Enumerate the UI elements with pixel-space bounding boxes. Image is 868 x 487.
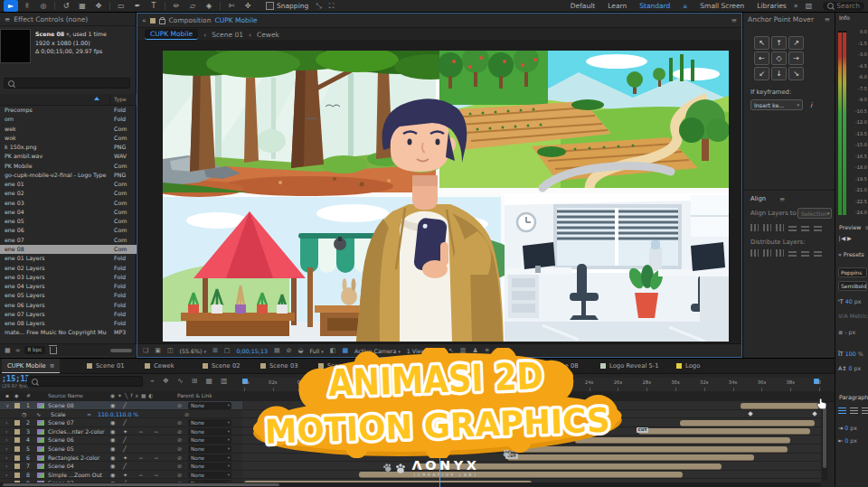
layer-switches[interactable]: ✦ − − <box>123 454 164 463</box>
project-item-ene-07-layers[interactable]: ene 07 LayersFold <box>0 310 137 319</box>
parent-pickwhip-icon[interactable]: ⊘ <box>177 462 182 471</box>
pixel-aspect-icon[interactable]: ↖ <box>448 347 454 354</box>
collapse-chevron-icon[interactable]: « <box>838 251 842 258</box>
tool-rotate-icon[interactable]: ↺ <box>59 0 73 12</box>
project-item-ene-05-layers[interactable]: ene 05 LayersFold <box>0 291 137 300</box>
project-item-pk-ambil-wav[interactable]: PK ambil.wavWAV <box>0 152 137 161</box>
project-item-ene-07[interactable]: ene 07Com <box>0 236 137 245</box>
font-style-dropdown[interactable]: SemiBold <box>838 281 867 291</box>
anchor-move-up-right-button[interactable]: ↗ <box>788 36 804 50</box>
visibility-eye-icon[interactable]: ◉ <box>110 435 115 445</box>
expand-chevron-icon[interactable]: › <box>5 471 7 480</box>
layer-name[interactable]: Circles...nter 2-color <box>48 427 106 436</box>
expand-chevron-icon[interactable]: › <box>5 418 7 427</box>
indent-right-row[interactable]: ⇤ 0px <box>838 437 857 444</box>
visibility-eye-icon[interactable]: ◉ <box>110 445 115 454</box>
reset-exposure-icon[interactable]: ✳ <box>485 347 490 354</box>
parent-dropdown[interactable]: None▾ <box>188 454 231 462</box>
layer-switches[interactable]: ✦ − − <box>123 471 164 480</box>
column-divider[interactable] <box>109 94 110 105</box>
layer-name[interactable]: Simple ...Zoom Out <box>48 471 106 480</box>
current-time-display[interactable]: 0;00;15;13 <box>236 348 267 354</box>
tool-puppet-pin-icon[interactable]: ✜ <box>241 0 255 12</box>
project-item-k-150x-png[interactable]: k 150x.pngPNG <box>0 143 137 152</box>
expand-chevron-icon[interactable]: › <box>5 435 7 445</box>
anchor-move-down-right-button[interactable]: ↘ <box>788 67 804 80</box>
font-size-row[interactable]: ᵗT 40px <box>838 298 861 304</box>
workspace-standard[interactable]: Standard <box>639 2 670 10</box>
project-item-ene-01-layers[interactable]: ene 01 LayersFold <box>0 254 137 263</box>
pickwhip-icon[interactable]: ⊘ <box>184 410 189 419</box>
layer-name[interactable]: Scene 05 <box>48 445 106 454</box>
layer-name[interactable]: Scene 08 <box>48 401 106 410</box>
snapping-toggle[interactable]: Snapping <box>266 2 308 10</box>
visibility-eye-icon[interactable]: ◉ <box>110 401 115 410</box>
layer-switches[interactable]: ╱ <box>123 445 131 454</box>
fullscreen-icon[interactable]: ⛶ <box>329 2 335 11</box>
color-depth-button[interactable]: 8 bpc <box>24 346 44 354</box>
resolution-dropdown[interactable]: Full ▾ <box>310 348 324 354</box>
anchor-move-up-left-button[interactable]: ↖ <box>754 36 769 50</box>
anchor-panel-title[interactable]: Anchor Point Mover <box>748 15 814 23</box>
composition-canvas[interactable] <box>137 40 741 342</box>
layer-row-scene-07[interactable]: ›2Scene 07◉╱⊘None▾ <box>0 418 821 427</box>
show-snapshot-icon[interactable]: ⊘ <box>287 347 292 354</box>
project-item-ene-04[interactable]: ene 04Com <box>0 208 137 217</box>
layer-color-swatch[interactable] <box>14 437 20 443</box>
anchor-move-right-button[interactable]: → <box>788 52 804 65</box>
workspace-small-screen[interactable]: Small Screen <box>700 2 744 10</box>
layer-switches[interactable]: ╱ <box>123 435 131 445</box>
layer-switches[interactable]: ╱ <box>123 462 131 471</box>
parent-pickwhip-icon[interactable]: ⊘ <box>177 427 182 436</box>
thumbnail-view-icon[interactable]: ▦ <box>5 347 11 354</box>
paragraph-panel-title[interactable]: Paragraph <box>835 392 868 400</box>
view-layout-dropdown[interactable]: 1 View ▾ <box>407 348 429 354</box>
composition-name-tab[interactable]: CUPK Mobile <box>214 16 257 24</box>
parent-dropdown[interactable]: None▾ <box>188 472 231 479</box>
tool-pan-behind-icon[interactable]: ✥ <box>91 0 106 12</box>
region-of-interest-icon[interactable]: ▢ <box>224 347 231 354</box>
flowchart-icon[interactable]: ♟ <box>472 347 477 354</box>
panel-menu-icon[interactable]: ≡ <box>5 15 10 23</box>
preview-panel-title[interactable]: Preview <box>839 224 862 230</box>
tool-pen-icon[interactable]: ✒ <box>130 0 145 12</box>
align-center-button[interactable] <box>850 407 858 414</box>
expand-chevron-icon[interactable]: › <box>5 445 7 454</box>
breadcrumb-cewek[interactable]: Cewek <box>257 31 279 39</box>
tool-hand-icon[interactable]: ✌ <box>20 0 34 12</box>
distribute-button-2[interactable] <box>776 249 784 257</box>
workspace-overflow[interactable]: » <box>794 2 798 10</box>
keyframe-diamond[interactable] <box>812 411 817 417</box>
expand-chevron-icon[interactable]: › <box>5 427 7 436</box>
channels-icon[interactable]: ◒ <box>297 347 303 354</box>
layer-color-swatch[interactable] <box>14 403 20 408</box>
project-item-go-cupk-mobile-v2-final-[interactable]: go-cupk-mobile-v2-final - Logo Type-01.p… <box>0 171 137 180</box>
main-viewer-icon[interactable]: ▣ <box>155 347 161 354</box>
tool-type-icon[interactable]: T <box>146 0 161 12</box>
breadcrumb-scene-01[interactable]: Scene 01 <box>212 31 243 39</box>
project-search-input[interactable] <box>4 78 130 89</box>
interpret-footage-icon[interactable]: ∞ <box>15 347 21 354</box>
layer-duration-bar[interactable] <box>510 446 788 453</box>
layer-color-swatch[interactable] <box>14 464 20 469</box>
parent-pickwhip-icon[interactable]: ⊘ <box>177 445 182 454</box>
breadcrumb-cupk-mobile[interactable]: CUPK Mobile <box>145 29 198 40</box>
distribute-button-4[interactable] <box>801 249 809 257</box>
align-to-dropdown[interactable]: Selection▾ <box>797 208 832 219</box>
camera-dropdown[interactable]: Active Camera ▾ <box>354 348 401 354</box>
tool-clone-stamp-icon[interactable]: ▱ <box>185 0 200 12</box>
vertical-scale-row[interactable]: ΪT 100% <box>838 351 863 357</box>
project-item-ene-06[interactable]: ene 06Com <box>0 226 137 235</box>
parent-dropdown[interactable]: None▾ <box>188 436 231 444</box>
play-icon[interactable]: ▶ <box>847 235 852 241</box>
parent-pickwhip-icon[interactable]: ⊘ <box>177 435 182 445</box>
font-family-dropdown[interactable]: Poppins <box>838 267 867 277</box>
constrain-link-icon[interactable]: ∞ <box>87 410 91 419</box>
layer-color-swatch[interactable] <box>14 473 20 478</box>
always-preview-icon[interactable]: ❏ <box>143 347 148 354</box>
align-button-0[interactable] <box>750 224 759 231</box>
project-item-ene-04-layers[interactable]: ene 04 LayersFold <box>0 282 137 291</box>
distribute-button-5[interactable] <box>814 249 822 257</box>
project-item-ene-03-layers[interactable]: ene 03 LayersFold <box>0 273 137 282</box>
fast-previews-icon[interactable]: ▥ <box>460 347 467 354</box>
